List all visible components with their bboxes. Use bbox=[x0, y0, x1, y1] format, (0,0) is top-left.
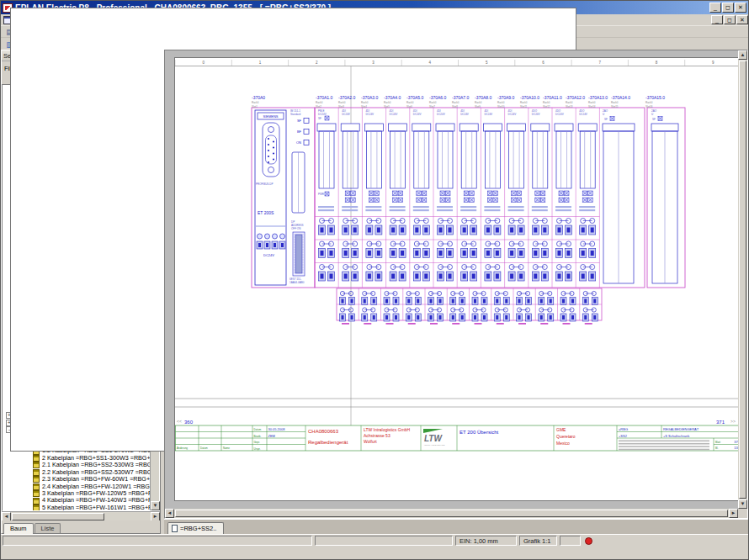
svg-text:-370A14.0: -370A14.0 bbox=[611, 95, 630, 100]
cable-plan-icon bbox=[33, 462, 40, 468]
tree-item[interactable]: 2.2 Kabelplan =RBG+SS2-530W7 =RBG+SS bbox=[3, 469, 150, 476]
cable-plan-icon bbox=[33, 476, 40, 483]
scroll-down-arrow[interactable]: ▼ bbox=[738, 499, 747, 509]
tree-item[interactable]: 5 Kabelplan =RBG+FW-161W1 =RBG+FV-1 bbox=[3, 505, 150, 510]
tree-item-label: 2.1 Kabelplan =RBG+SS2-530W3 =RBG+SS bbox=[41, 462, 150, 468]
mdi-restore-button[interactable]: ◻ bbox=[724, 15, 736, 24]
svg-text:BF: BF bbox=[297, 129, 302, 134]
workspace-vertical-scrollbar[interactable]: ▲ ▼ bbox=[738, 50, 747, 509]
svg-text:DC24V: DC24V bbox=[555, 113, 564, 116]
tree-item[interactable]: 530 Profibusverlauf bbox=[3, 405, 150, 412]
svg-text:1AA04-0AB0: 1AA04-0AB0 bbox=[290, 281, 305, 284]
tab-baum[interactable]: Baum bbox=[3, 523, 34, 534]
svg-text:CHA0800663: CHA0800663 bbox=[308, 429, 339, 434]
svg-text:Urspr.: Urspr. bbox=[254, 447, 261, 451]
svg-text:+S Schaltschrank: +S Schaltschrank bbox=[663, 434, 689, 438]
tree-horizontal-scrollbar[interactable]: ◄ ► bbox=[2, 511, 160, 520]
tree-item[interactable]: 2.3 Kabelplan =RBG+FW-60W1 =RBG+FW- bbox=[3, 476, 150, 483]
svg-text:-370A7.0: -370A7.0 bbox=[452, 95, 470, 100]
svg-text:DC24V: DC24V bbox=[579, 113, 587, 116]
svg-text:Rack0: Rack0 bbox=[384, 101, 391, 104]
svg-text:DC24V: DC24V bbox=[318, 113, 327, 116]
svg-text:30.05.2008: 30.05.2008 bbox=[268, 427, 286, 431]
svg-text:=RBG: =RBG bbox=[619, 427, 628, 431]
tree-item[interactable]: 3 Kabelplan =RBG+FW-120W5 =RBG+FW-1 bbox=[3, 490, 150, 497]
svg-text:DC24V: DC24V bbox=[390, 113, 398, 116]
restore-button[interactable]: ◻ bbox=[722, 3, 734, 13]
close-button[interactable]: ✕ bbox=[735, 3, 746, 13]
svg-text:DC24V: DC24V bbox=[342, 113, 350, 116]
svg-text:-370A10.0: -370A10.0 bbox=[520, 95, 539, 100]
tab-liste[interactable]: Liste bbox=[35, 523, 61, 533]
scroll-right-arrow[interactable]: ► bbox=[729, 509, 738, 518]
svg-text:Slot13: Slot13 bbox=[566, 105, 573, 108]
page-icon bbox=[10, 405, 150, 412]
scroll-thumb[interactable] bbox=[12, 513, 104, 520]
panel-tabs: Baum Liste bbox=[2, 520, 160, 533]
scroll-thumb[interactable] bbox=[175, 510, 728, 517]
svg-text:Bl.: Bl. bbox=[715, 446, 719, 450]
svg-text:DC24V: DC24V bbox=[437, 113, 445, 116]
svg-text:OFF ON: OFF ON bbox=[291, 227, 300, 230]
svg-text:Slot6: Slot6 bbox=[406, 105, 412, 108]
tree-item[interactable]: 2.1 Kabelplan =RBG+SS2-530W3 =RBG+SS bbox=[3, 462, 150, 468]
sheet-tab[interactable]: =RBG+SS2.. bbox=[167, 522, 224, 534]
svg-text:Slot4: Slot4 bbox=[361, 105, 367, 108]
schematic-canvas: 0123456789SIEMENSPROFIBUS-DPET 200SDC24V… bbox=[175, 58, 741, 502]
scroll-left-arrow[interactable]: ◄ bbox=[165, 509, 174, 518]
svg-text:Slot14: Slot14 bbox=[588, 105, 596, 108]
svg-text:Änderung: Änderung bbox=[177, 446, 188, 450]
page-icon bbox=[172, 525, 178, 532]
sheet-tab-bar: =RBG+SS2.. bbox=[164, 519, 748, 534]
svg-text:DC24V: DC24V bbox=[263, 253, 274, 257]
status-message-cell bbox=[3, 536, 312, 546]
tree-item[interactable]: 4 Kabelplan =RBG+FW-140W3 =RBG+FW-1 bbox=[3, 497, 150, 504]
svg-text:-370A2.0: -370A2.0 bbox=[338, 95, 356, 100]
svg-text:Slot7: Slot7 bbox=[429, 105, 435, 108]
svg-text:Rack0: Rack0 bbox=[520, 101, 528, 104]
scroll-thumb[interactable] bbox=[739, 61, 746, 499]
main-area: Seiten - CHA0800663_RBG_1355 ▾ ✕ Filter:… bbox=[1, 50, 748, 534]
tree-item[interactable]: 2 Kabelplan =RBG+SS1-300W3 =RBG+SS1- bbox=[3, 455, 150, 462]
minimize-button[interactable]: _ bbox=[709, 3, 721, 13]
svg-text:Rack0: Rack0 bbox=[338, 101, 346, 104]
svg-text:-370A15.0: -370A15.0 bbox=[645, 95, 665, 100]
svg-text:Rack0: Rack0 bbox=[588, 101, 596, 104]
svg-text:Name: Name bbox=[223, 446, 230, 450]
scroll-down-arrow[interactable]: ▼ bbox=[151, 501, 160, 510]
svg-text:Datum: Datum bbox=[200, 446, 208, 450]
cable-plan-icon bbox=[33, 483, 40, 490]
svg-text:371: 371 bbox=[716, 420, 725, 425]
pages-navigator: Seiten - CHA0800663_RBG_1355 ▾ ✕ Filter:… bbox=[1, 50, 161, 534]
svg-text:+SS2: +SS2 bbox=[619, 434, 628, 438]
svg-text:Slot9: Slot9 bbox=[475, 105, 481, 108]
tree-item-label: 2.3 Kabelplan =RBG+FW-60W1 =RBG+FW- bbox=[41, 476, 150, 483]
scroll-up-arrow[interactable]: ▲ bbox=[738, 50, 747, 60]
tree-item[interactable]: 2.4 Kabelplan =RBG+FW-120W1 =RBG+FW bbox=[3, 483, 150, 490]
svg-text:SF: SF bbox=[652, 118, 656, 121]
svg-text:SF: SF bbox=[297, 119, 302, 123]
workspace-horizontal-scrollbar[interactable]: ◄ ► bbox=[165, 509, 738, 518]
svg-text:ZEM: ZEM bbox=[268, 434, 275, 438]
svg-text:-370A3.0: -370A3.0 bbox=[361, 95, 379, 100]
svg-text:Rack0: Rack0 bbox=[543, 101, 550, 104]
svg-text:Rack0: Rack0 bbox=[566, 101, 573, 104]
svg-text:ET 200 Übersicht: ET 200 Übersicht bbox=[459, 430, 499, 435]
svg-text:Slot12: Slot12 bbox=[543, 105, 550, 108]
mdi-close-button[interactable]: ✕ bbox=[736, 15, 748, 24]
status-grid-cell: EIN: 1,00 mm bbox=[455, 536, 517, 546]
svg-text:Slot10: Slot10 bbox=[497, 105, 505, 108]
svg-text:Slot11: Slot11 bbox=[520, 105, 528, 108]
svg-text:DC24V: DC24V bbox=[508, 113, 517, 116]
svg-text:4: 4 bbox=[429, 61, 432, 65]
svg-text:Rack0: Rack0 bbox=[361, 101, 369, 104]
svg-text:-370A6.0: -370A6.0 bbox=[429, 95, 447, 100]
svg-text:Regalbediengerät: Regalbediengerät bbox=[308, 440, 348, 445]
svg-text:-370A13.0: -370A13.0 bbox=[588, 95, 608, 100]
svg-text:-370A11.0: -370A11.0 bbox=[543, 95, 562, 100]
svg-text:PROFIBUS-DP: PROFIBUS-DP bbox=[256, 182, 274, 186]
mdi-minimize-button[interactable]: _ bbox=[711, 15, 723, 24]
svg-text:Queretaro: Queretaro bbox=[556, 434, 576, 439]
svg-text:Gepr.: Gepr. bbox=[254, 441, 261, 444]
drawing-page[interactable]: 0123456789SIEMENSPROFIBUS-DPET 200SDC24V… bbox=[174, 57, 741, 501]
